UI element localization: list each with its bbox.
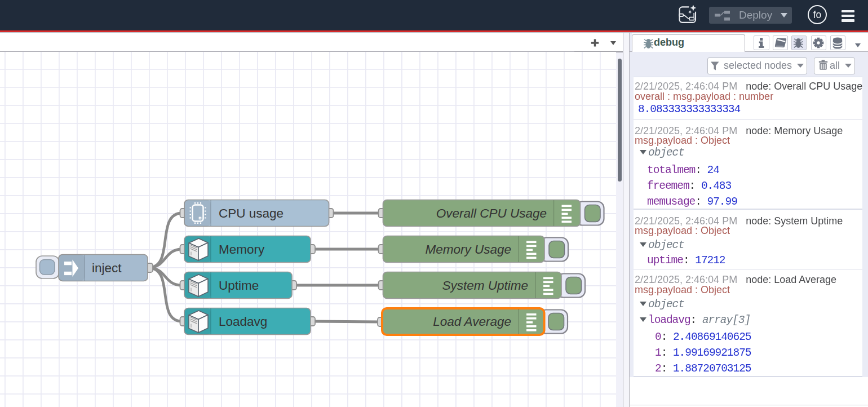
svg-text:Load Average: Load Average <box>433 315 511 329</box>
svg-text:Memory Usage: Memory Usage <box>425 242 511 256</box>
svg-text:Uptime: Uptime <box>219 278 259 293</box>
svg-text:Overall CPU Usage: Overall CPU Usage <box>436 206 547 220</box>
svg-text:Loadavg: Loadavg <box>219 315 267 329</box>
svg-text:CPU usage: CPU usage <box>219 206 284 220</box>
svg-text:Memory: Memory <box>219 242 265 256</box>
svg-text:System Uptime: System Uptime <box>442 278 528 293</box>
svg-text:inject: inject <box>92 261 122 275</box>
